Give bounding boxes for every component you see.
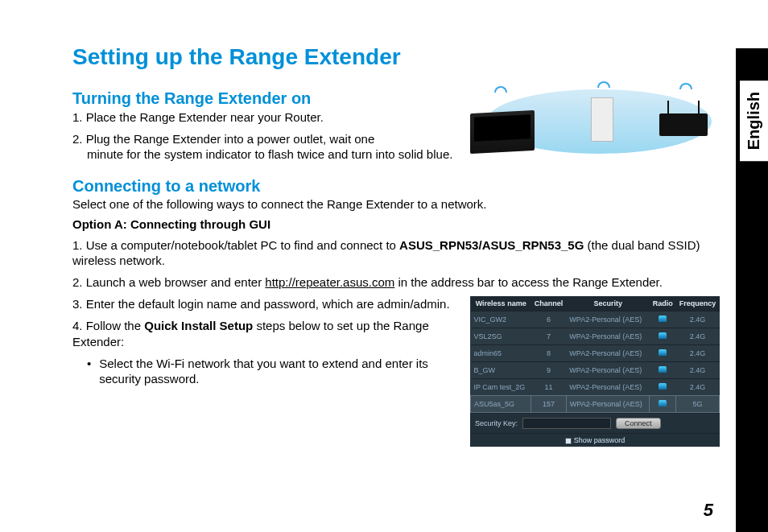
signal-icon — [659, 383, 667, 390]
signal-icon — [659, 400, 667, 406]
network-illustration — [470, 81, 720, 162]
signal-icon — [659, 349, 667, 356]
table-row-selected[interactable]: ASU5as_5G157WPA2-Personal (AES)5G — [471, 396, 720, 413]
col-name: Wireless name — [471, 296, 531, 311]
signal-icon — [659, 315, 667, 322]
show-password-checkbox[interactable] — [565, 438, 572, 444]
laptop-icon — [470, 110, 535, 154]
section1-heading: Turning the Range Extender on — [72, 89, 454, 108]
table-row[interactable]: VSL2SG7WPA2-Personal (AES)2.4G — [471, 328, 720, 345]
optA-step1: 1. Use a computer/notebook/tablet PC to … — [72, 237, 720, 268]
col-security: Security — [566, 296, 650, 311]
security-key-input[interactable] — [522, 418, 611, 429]
signal-icon — [659, 332, 667, 339]
optA-step3: 3. Enter the default login name and pass… — [72, 296, 457, 311]
connect-button[interactable]: Connect — [616, 418, 661, 429]
table-row[interactable]: admin658WPA2-Personal (AES)2.4G — [471, 345, 720, 362]
language-tab: English — [740, 80, 768, 161]
page-title: Setting up the Range Extender — [72, 44, 720, 70]
table-row[interactable]: B_GW9WPA2-Personal (AES)2.4G — [471, 362, 720, 379]
section1-step1: 1. Place the Range Extender near your Ro… — [72, 109, 454, 125]
table-row[interactable]: VIC_GW26WPA2-Personal (AES)2.4G — [471, 311, 720, 328]
wifi-networks-panel: Wireless name Channel Security Radio Fre… — [470, 296, 720, 447]
show-password-row: Show password — [470, 433, 720, 447]
extender-icon — [591, 97, 613, 142]
optA-step2: 2. Launch a web browser and enter http:/… — [72, 274, 720, 290]
section2-intro: Select one of the following ways to conn… — [72, 197, 720, 211]
table-row[interactable]: IP Cam test_2G11WPA2-Personal (AES)2.4G — [471, 379, 720, 396]
wifi-table: Wireless name Channel Security Radio Fre… — [470, 296, 720, 413]
col-freq: Frequency — [675, 296, 719, 311]
page-content: Setting up the Range Extender Turning th… — [0, 0, 768, 532]
security-key-row: Security Key: Connect — [470, 413, 720, 433]
security-key-label: Security Key: — [475, 419, 518, 427]
router-icon — [659, 113, 708, 136]
show-password-label: Show password — [574, 436, 626, 444]
section1-step2: 2. Plug the Range Extender into a power … — [72, 131, 454, 162]
optA-bullet1: Select the Wi-Fi network that you want t… — [72, 356, 457, 386]
repeater-url-link[interactable]: http://repeater.asus.com — [265, 275, 394, 289]
page-number: 5 — [704, 500, 713, 521]
col-radio: Radio — [650, 296, 676, 311]
optionA-header: Option A: Connecting through GUI — [72, 217, 720, 231]
col-channel: Channel — [531, 296, 567, 311]
section2-heading: Connecting to a network — [72, 177, 720, 196]
signal-icon — [659, 366, 667, 373]
optA-step4: 4. Follow the Quick Install Setup steps … — [72, 318, 457, 348]
